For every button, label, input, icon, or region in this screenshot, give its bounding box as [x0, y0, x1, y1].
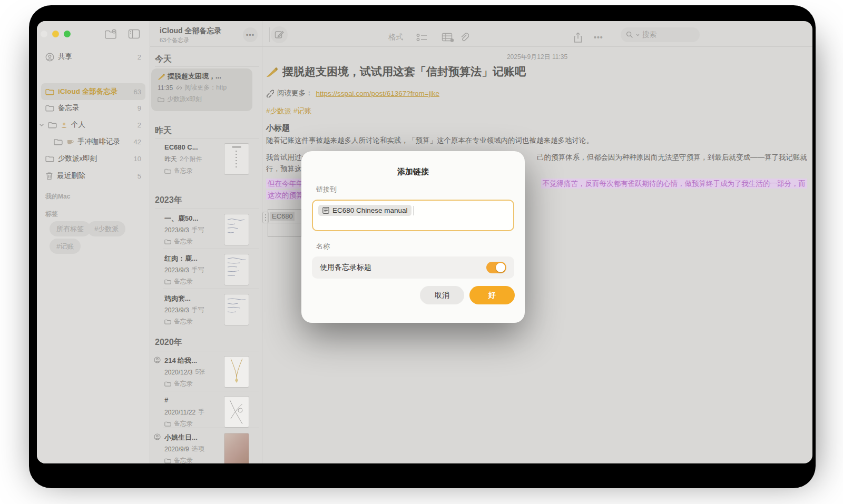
chevron-down-icon[interactable]	[39, 123, 44, 127]
list-more-button[interactable]: •••	[243, 27, 258, 42]
item-count: 2	[138, 53, 141, 61]
note-thumbnail-necklace	[224, 356, 249, 388]
list-item[interactable]: # 2020/11/22 手 备忘录	[151, 393, 252, 428]
note-thumbnail-sketch	[224, 396, 249, 428]
table-cell[interactable]	[268, 223, 301, 237]
writing-hand-icon	[266, 66, 279, 77]
attachment-paperclip-icon[interactable]	[459, 30, 469, 45]
format-button[interactable]: 格式	[388, 30, 403, 45]
folder-icon	[48, 122, 57, 129]
sidebar-item-label: 少数派x即刻	[58, 154, 97, 163]
note-table[interactable]: EC680	[268, 209, 301, 237]
folder-icon	[164, 458, 171, 463]
shared-person-icon	[154, 433, 161, 440]
sidebar-item-shared[interactable]: 共享 2	[41, 50, 145, 64]
section-label-tags: 标签	[45, 210, 58, 219]
group-header: 今天	[155, 54, 172, 65]
group-header: 2020年	[155, 337, 182, 348]
table-cell[interactable]: EC680	[268, 209, 301, 223]
item-count: 2	[138, 121, 141, 129]
note-tags[interactable]: #少数派 #记账	[266, 106, 311, 116]
list-item[interactable]: 鸡肉套... 2023/9/3 手写 备忘录	[151, 291, 252, 328]
list-item[interactable]: 小姚生日... 2020/9/9 选项 备忘录	[151, 430, 252, 463]
minimize-button[interactable]	[52, 31, 59, 37]
list-header-title: iCloud 全部备忘录	[160, 26, 221, 36]
search-input[interactable]: 搜索	[621, 27, 700, 42]
link-icon	[266, 90, 274, 97]
more-button[interactable]: •••	[594, 30, 603, 45]
folder-icon	[164, 239, 171, 244]
folder-icon	[164, 169, 171, 174]
note-date: 2025年9月12日 11:35	[262, 53, 812, 62]
new-folder-icon[interactable]	[104, 29, 117, 39]
section-label-my-mac: 我的Mac	[45, 192, 70, 201]
list-item[interactable]: EC680 C... 昨天 2个附件 备忘录	[151, 140, 252, 179]
link-icon	[175, 85, 182, 91]
name-label: 名称	[316, 242, 330, 251]
sidebar-item-coffee-log[interactable]: 手冲咖啡记录 42	[50, 134, 145, 149]
dialog-title: 添加链接	[301, 167, 525, 177]
compose-note-button[interactable]	[271, 26, 288, 43]
sidebar-item-label: 共享	[58, 52, 72, 62]
item-count: 63	[134, 88, 141, 96]
shared-person-icon	[154, 357, 161, 363]
list-item[interactable]: 一、鹿50... 2023/9/3 手写 备忘录	[151, 211, 252, 248]
group-header: 昨天	[155, 125, 172, 136]
share-icon[interactable]	[573, 30, 583, 45]
tag-pill-all[interactable]: 所有标签	[50, 221, 91, 236]
sidebar-item-label: 最近删除	[57, 171, 85, 181]
note-thumbnail-handwriting	[224, 254, 249, 285]
link-to-label: 链接到	[316, 185, 337, 194]
note-thumbnail-photo	[224, 433, 249, 463]
folder-icon	[54, 139, 63, 145]
link-target-input[interactable]: EC680 Chinese manual	[312, 200, 514, 231]
list-item-selected[interactable]: 摆脱超支困境，... 11:35 阅读更多：http 少数派x即刻	[151, 68, 252, 111]
note-link[interactable]: https://sspai.com/post/61367?from=jike	[316, 90, 440, 97]
sidebar-item-label: iCloud 全部备忘录	[58, 87, 117, 96]
folder-icon	[45, 155, 54, 162]
sidebar-item-personal[interactable]: 个人 2	[37, 117, 145, 132]
writing-hand-icon	[158, 73, 165, 80]
item-count: 10	[134, 155, 141, 163]
item-count: 9	[138, 104, 141, 112]
linked-note-token[interactable]: EC680 Chinese manual	[318, 205, 411, 216]
note-thumbnail-handwriting	[224, 214, 249, 245]
folder-icon	[45, 88, 54, 95]
sidebar-item-notes[interactable]: 备忘录 9	[41, 101, 145, 115]
use-note-title-toggle[interactable]	[486, 262, 506, 273]
folder-icon	[45, 105, 54, 112]
tag-pill-jizhang[interactable]: #记账	[50, 239, 81, 254]
folder-icon	[158, 97, 164, 102]
sidebar-item-sspai-jike[interactable]: 少数派x即刻 10	[41, 151, 145, 166]
note-document-icon	[322, 206, 330, 214]
folder-icon	[164, 319, 171, 324]
note-paragraph-fragment: 行，预算这	[266, 164, 302, 174]
sidebar-item-recently-deleted[interactable]: 最近删除 5	[41, 169, 145, 183]
sidebar-item-label: 手冲咖啡记录	[77, 137, 120, 146]
close-button[interactable]	[41, 31, 47, 37]
screenshot-root: 共享 2 iCloud iCloud 全部备忘录 63 备忘录 9	[0, 0, 843, 504]
notes-list: iCloud 全部备忘录 63个备忘录 ••• 今天 摆脱超支困境，... 11…	[150, 21, 262, 463]
note-paragraph: 随着记账这件事被越来越多人所讨论和实践，「预算」这个原本在专业领域内的词也被越来…	[266, 136, 593, 145]
note-subheading: 小标题	[266, 123, 290, 133]
toggle-sidebar-icon[interactable]	[128, 29, 140, 39]
list-item[interactable]: 214 给我... 2020/12/3 5张 备忘录	[151, 353, 252, 390]
folder-icon	[164, 421, 171, 427]
tag-pill-sspai[interactable]: #少数派	[87, 221, 125, 236]
item-count: 42	[134, 138, 141, 146]
read-more-row: 阅读更多： https://sspai.com/post/61367?from=…	[266, 88, 439, 98]
sidebar-item-all-notes[interactable]: iCloud 全部备忘录 63	[41, 83, 145, 100]
trash-icon	[45, 172, 53, 180]
ok-button[interactable]: 好	[469, 286, 515, 304]
table-icon[interactable]	[442, 30, 454, 45]
person-circle-icon	[45, 53, 54, 62]
folder-icon	[164, 279, 171, 284]
read-more-label: 阅读更多：	[277, 88, 313, 98]
zoom-button[interactable]	[64, 31, 71, 37]
checklist-icon[interactable]	[416, 30, 428, 45]
person-emoji-icon	[61, 122, 67, 129]
list-item[interactable]: 红肉：鹿... 2023/9/3 手写 备忘录	[151, 251, 252, 288]
cancel-button[interactable]: 取消	[420, 286, 464, 304]
add-link-dialog: 添加链接 链接到 EC680 Chinese manual 名称 使用备忘录标题…	[301, 151, 525, 323]
chevron-down-icon	[636, 34, 640, 36]
